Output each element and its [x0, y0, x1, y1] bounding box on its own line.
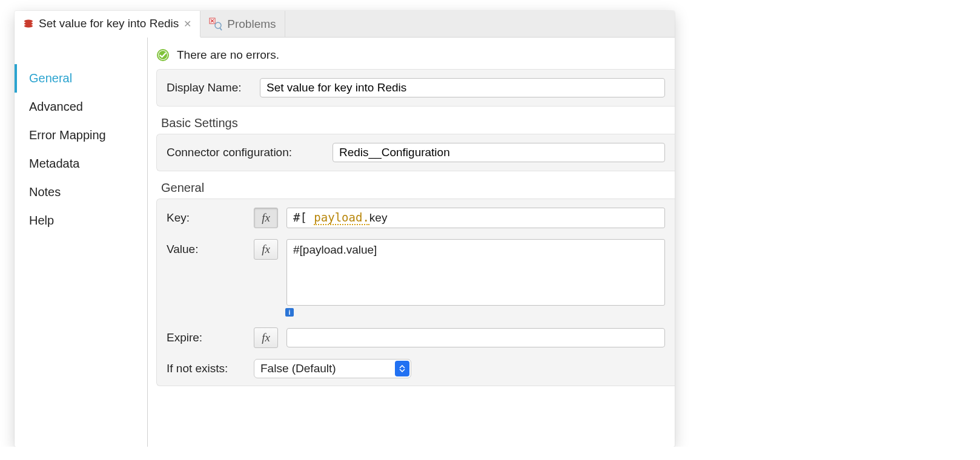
tab-label: Problems	[227, 18, 276, 31]
tab-redis-config[interactable]: Set value for key into Redis ✕	[15, 11, 200, 38]
info-icon[interactable]: i	[285, 308, 294, 317]
sidebar-item-error-mapping[interactable]: Error Mapping	[15, 121, 147, 150]
main-panel: There are no errors. Display Name: Basic…	[148, 38, 675, 447]
if-not-exists-row: If not exists: False (Default)	[167, 359, 665, 378]
redis-icon	[23, 18, 34, 29]
config-window: Set value for key into Redis ✕ Problems …	[15, 11, 675, 447]
connector-config-input[interactable]	[333, 143, 665, 162]
sidebar-item-general[interactable]: General	[15, 64, 147, 93]
expire-label: Expire:	[167, 331, 245, 344]
fx-button-key[interactable]: fx	[254, 208, 278, 228]
problems-icon	[209, 18, 222, 31]
fx-button-expire[interactable]: fx	[254, 327, 278, 348]
key-input[interactable]: #[ payload.key	[286, 208, 665, 228]
status-message: There are no errors.	[177, 48, 279, 62]
svg-point-2	[24, 25, 33, 28]
display-name-panel: Display Name:	[156, 69, 675, 107]
tab-label: Set value for key into Redis	[39, 17, 179, 30]
sidebar-item-notes[interactable]: Notes	[15, 178, 147, 206]
tab-bar: Set value for key into Redis ✕ Problems	[15, 11, 675, 38]
svg-line-7	[220, 28, 222, 30]
general-fieldset: Key: fx #[ payload.key Value: fx #[paylo…	[156, 199, 675, 386]
value-label: Value:	[167, 239, 245, 256]
if-not-exists-label: If not exists:	[167, 362, 245, 375]
general-section-title: General	[161, 181, 675, 195]
ok-icon	[156, 48, 170, 62]
if-not-exists-value: False (Default)	[260, 362, 336, 375]
svg-point-6	[215, 22, 221, 28]
content-area: General Advanced Error Mapping Metadata …	[15, 38, 675, 447]
sidebar-item-help[interactable]: Help	[15, 206, 147, 235]
value-input[interactable]: #[payload.value]	[286, 239, 665, 306]
connector-config-label: Connector configuration:	[167, 146, 324, 159]
chevron-updown-icon	[395, 361, 409, 376]
expire-row: Expire: fx	[167, 327, 665, 348]
status-row: There are no errors.	[156, 48, 675, 69]
basic-settings-panel: Connector configuration:	[156, 134, 675, 171]
value-row: Value: fx #[payload.value] i	[167, 239, 665, 317]
close-icon[interactable]: ✕	[184, 18, 191, 30]
sidebar-item-advanced[interactable]: Advanced	[15, 93, 147, 121]
key-label: Key:	[167, 208, 245, 225]
fx-button-value[interactable]: fx	[254, 239, 278, 260]
key-row: Key: fx #[ payload.key	[167, 208, 665, 228]
expire-input[interactable]	[286, 328, 665, 347]
sidebar: General Advanced Error Mapping Metadata …	[15, 38, 148, 447]
basic-settings-title: Basic Settings	[161, 116, 675, 130]
sidebar-item-metadata[interactable]: Metadata	[15, 150, 147, 178]
if-not-exists-select[interactable]: False (Default)	[254, 359, 411, 378]
display-name-input[interactable]	[260, 78, 665, 97]
tab-problems[interactable]: Problems	[200, 11, 285, 37]
display-name-label: Display Name:	[167, 81, 251, 94]
